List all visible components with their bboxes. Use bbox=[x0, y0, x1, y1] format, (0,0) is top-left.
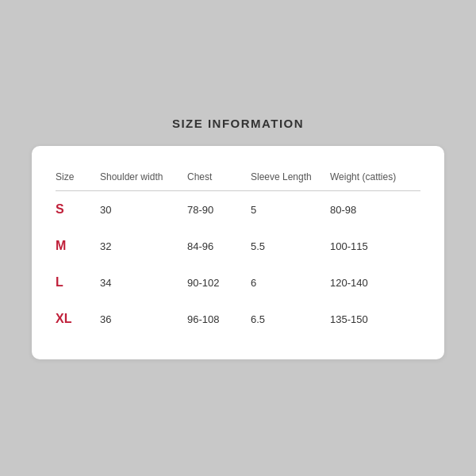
cell-shoulder-0: 30 bbox=[95, 191, 182, 228]
cell-shoulder-3: 36 bbox=[95, 301, 182, 337]
table-row: S3078-90580-98 bbox=[56, 191, 420, 228]
table-row: XL3696-1086.5135-150 bbox=[56, 301, 420, 337]
col-header-size: Size bbox=[56, 165, 95, 191]
table-row: L3490-1026120-140 bbox=[56, 264, 420, 301]
cell-chest-1: 84-96 bbox=[182, 228, 246, 264]
cell-sleeve-1: 5.5 bbox=[246, 228, 325, 264]
page-title: SIZE INFORMATION bbox=[172, 117, 304, 130]
cell-sleeve-0: 5 bbox=[246, 191, 325, 228]
outer-container: SIZE INFORMATION Size Shoulder width Che… bbox=[32, 117, 444, 359]
cell-size-0: S bbox=[56, 191, 95, 228]
cell-shoulder-1: 32 bbox=[95, 228, 182, 264]
cell-sleeve-2: 6 bbox=[246, 264, 325, 301]
cell-weight-1: 100-115 bbox=[325, 228, 420, 264]
size-table: Size Shoulder width Chest Sleeve Length … bbox=[56, 165, 420, 337]
col-header-weight: Weight (catties) bbox=[325, 165, 420, 191]
size-card: Size Shoulder width Chest Sleeve Length … bbox=[32, 146, 444, 359]
cell-size-2: L bbox=[56, 264, 95, 301]
cell-weight-0: 80-98 bbox=[325, 191, 420, 228]
col-header-shoulder: Shoulder width bbox=[95, 165, 182, 191]
col-header-chest: Chest bbox=[182, 165, 246, 191]
table-row: M3284-965.5100-115 bbox=[56, 228, 420, 264]
cell-size-3: XL bbox=[56, 301, 95, 337]
col-header-sleeve: Sleeve Length bbox=[246, 165, 325, 191]
cell-shoulder-2: 34 bbox=[95, 264, 182, 301]
cell-size-1: M bbox=[56, 228, 95, 264]
cell-sleeve-3: 6.5 bbox=[246, 301, 325, 337]
cell-weight-3: 135-150 bbox=[325, 301, 420, 337]
cell-chest-3: 96-108 bbox=[182, 301, 246, 337]
cell-weight-2: 120-140 bbox=[325, 264, 420, 301]
table-header-row: Size Shoulder width Chest Sleeve Length … bbox=[56, 165, 420, 191]
cell-chest-0: 78-90 bbox=[182, 191, 246, 228]
cell-chest-2: 90-102 bbox=[182, 264, 246, 301]
